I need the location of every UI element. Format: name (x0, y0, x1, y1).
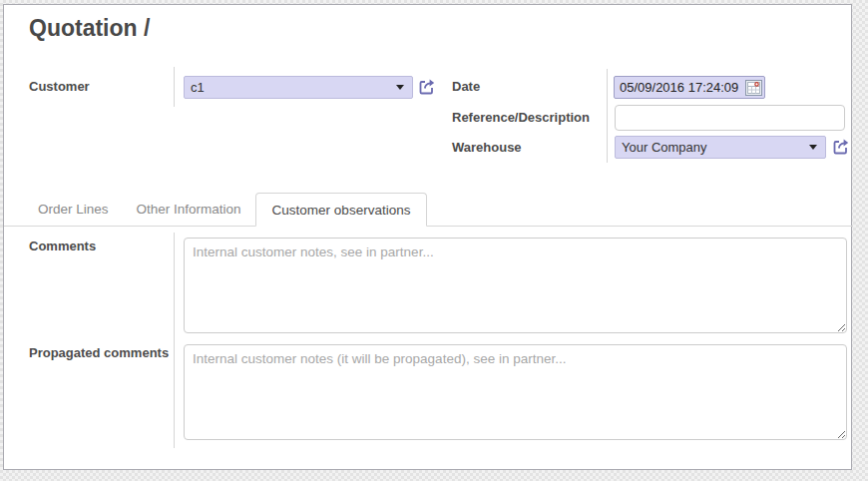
date-label: Date (452, 79, 480, 95)
external-link-icon (417, 84, 436, 99)
divider (174, 233, 175, 448)
customer-value: c1 (185, 80, 396, 95)
reference-label: Reference/Description (452, 110, 590, 126)
warehouse-open-record-button[interactable] (831, 137, 850, 156)
external-link-icon (831, 144, 850, 159)
calendar-picker-button[interactable] (745, 80, 762, 96)
date-value: 05/09/2016 17:24:09 (615, 80, 745, 95)
calendar-icon (745, 84, 762, 99)
propagated-comments-textarea[interactable] (184, 344, 847, 440)
propagated-comments-label: Propagated comments (29, 345, 169, 361)
warehouse-label: Warehouse (452, 140, 522, 156)
tab-other-information[interactable]: Other Information (123, 193, 255, 226)
date-input[interactable]: 05/09/2016 17:24:09 (614, 76, 765, 99)
tab-customer-observations[interactable]: Customer observations (255, 193, 428, 227)
caret-down-icon (396, 85, 404, 90)
tab-order-lines[interactable]: Order Lines (24, 193, 123, 226)
customer-open-record-button[interactable] (417, 77, 436, 96)
notebook-tabbar: Order Lines Other Information Customer o… (4, 193, 853, 227)
comments-textarea[interactable] (184, 238, 847, 333)
caret-down-icon (809, 145, 817, 150)
quotation-form-sheet: Quotation / Customer c1 Date 05/09/2016 … (3, 4, 852, 470)
warehouse-value: Your Company (616, 140, 809, 155)
customer-select[interactable]: c1 (184, 76, 413, 99)
divider (174, 67, 175, 107)
divider (607, 69, 608, 163)
reference-input[interactable] (615, 105, 845, 131)
warehouse-select[interactable]: Your Company (615, 136, 826, 159)
comments-label: Comments (29, 239, 96, 254)
customer-label: Customer (29, 79, 90, 95)
page-title: Quotation / (29, 15, 150, 42)
